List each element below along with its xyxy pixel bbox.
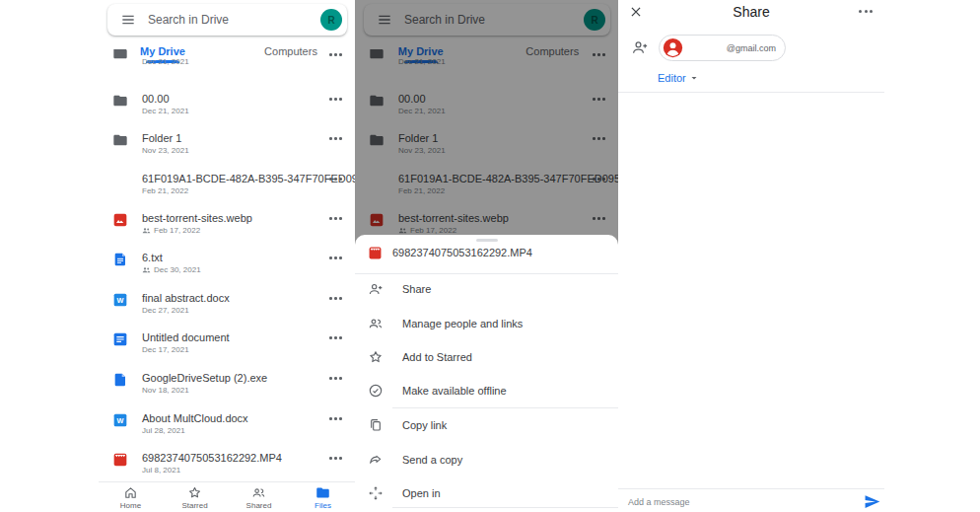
search-bar[interactable]: Search in Drive R (107, 4, 347, 36)
shared-people-icon (142, 226, 151, 235)
search-placeholder[interactable]: Search in Drive (148, 13, 229, 27)
drive-panel: Search in Drive R My Drive Computers Dec… (99, 0, 355, 512)
file-date: Nov 18, 2021 (142, 386, 189, 395)
star-icon (187, 485, 202, 500)
folder-icon (112, 49, 128, 63)
image-file-icon (112, 212, 128, 228)
gdoc-file-icon (112, 331, 128, 347)
sheet-action-open-in[interactable]: Open in (355, 482, 618, 504)
person-add-icon (368, 281, 384, 297)
file-row[interactable]: Folder 1 Nov 23, 2021 (99, 131, 355, 161)
divider (618, 92, 884, 93)
drive-ui: Search in Drive R My Drive Computers Dec… (99, 0, 355, 512)
home-icon (123, 485, 138, 500)
nav-item-starred[interactable]: Starred (163, 482, 227, 512)
file-date: Feb 21, 2022 (142, 186, 188, 195)
sheet-file-name: 6982374075053162292.MP4 (392, 247, 532, 258)
more-options-icon[interactable] (329, 178, 342, 181)
message-input[interactable]: Add a message (628, 497, 690, 507)
folder-icon (112, 132, 128, 148)
more-options-icon[interactable] (329, 417, 342, 420)
svg-text:W: W (117, 416, 124, 425)
file-row[interactable]: 6982374075053162292.MP4 Jul 8, 2021 (99, 451, 355, 480)
sheet-action-send-a-copy[interactable]: Send a copy (355, 449, 618, 471)
folder-icon (112, 93, 128, 109)
more-options-icon[interactable] (859, 10, 873, 13)
video-file-icon (112, 452, 128, 468)
send-icon[interactable] (864, 493, 880, 510)
file-row[interactable]: GoogleDriveSetup (2).exe Nov 18, 2021 (99, 371, 355, 401)
file-date: Dec 27, 2021 (142, 306, 189, 315)
sheet-action-manage-people[interactable]: Manage people and links (355, 313, 618, 334)
offline-check-circle-icon (368, 383, 384, 399)
file-row[interactable]: best-torrent-sites.webp Feb 17, 2022 (99, 211, 355, 241)
action-label: Manage people and links (402, 313, 523, 334)
file-row[interactable]: Untitled document Dec 17, 2021 (99, 330, 355, 360)
more-options-icon[interactable] (329, 217, 342, 220)
drag-handle-icon[interactable] (476, 239, 498, 242)
share-dialog-title: Share (618, 4, 884, 20)
recipient-input[interactable]: @gmail.com (659, 35, 786, 61)
more-options-icon[interactable] (329, 98, 342, 101)
sheet-action-share[interactable]: Share (355, 278, 618, 300)
role-label: Editor (658, 72, 686, 84)
action-label: Open in (402, 482, 441, 504)
sheet-action-add-to-starred[interactable]: Add to Starred (355, 346, 618, 368)
word-file-icon: W (112, 412, 128, 428)
file-actions-sheet: 6982374075053162292.MP4 Share Manage peo… (355, 235, 618, 512)
hamburger-menu-icon[interactable] (120, 12, 136, 28)
file-date: Dec 21, 2021 (142, 57, 189, 66)
divider (392, 407, 618, 408)
nav-label: Home (120, 501, 141, 510)
more-options-icon[interactable] (329, 457, 342, 460)
recipient-email-hint: @gmail.com (727, 43, 776, 53)
nav-label: Shared (246, 501, 272, 510)
more-options-icon[interactable] (329, 137, 342, 140)
screenshot-canvas: Search in Drive R My Drive Computers Dec… (0, 0, 980, 512)
forward-arrow-icon (368, 452, 384, 468)
more-options-icon[interactable] (329, 53, 342, 56)
file-name: GoogleDriveSetup (2).exe (142, 372, 267, 384)
file-row[interactable]: 00.00 Dec 21, 2021 (99, 92, 355, 121)
folder-icon (315, 485, 330, 500)
file-row-partial[interactable]: Dec 21, 2021 (99, 55, 355, 85)
account-avatar[interactable]: R (320, 9, 342, 31)
file-date: Feb 17, 2022 (142, 226, 200, 235)
action-label: Copy link (402, 414, 447, 436)
file-name: best-torrent-sites.webp (142, 212, 252, 224)
sheet-action-make-available-offline[interactable]: Make available offline (355, 380, 618, 402)
file-list: Dec 21, 2021 00.00 Dec 21, 2021 Folder 1 (99, 63, 355, 481)
file-date: Dec 17, 2021 (142, 345, 189, 354)
nav-item-shared[interactable]: Shared (227, 482, 291, 512)
bottom-navigation: Home Starred Shared Files (99, 481, 355, 512)
svg-text:W: W (117, 296, 124, 305)
star-icon (368, 349, 384, 365)
file-row[interactable]: W About MultCloud.docx Jul 28, 2021 (99, 411, 355, 441)
divider (392, 507, 618, 508)
nav-label: Files (315, 501, 331, 510)
sheet-action-copy-link[interactable]: Copy link (355, 414, 618, 436)
image-thumbnail (112, 173, 128, 188)
file-date: Dec 21, 2021 (142, 107, 189, 115)
video-file-icon (368, 246, 383, 260)
file-date: Nov 23, 2021 (142, 146, 189, 155)
file-date: Jul 28, 2021 (142, 426, 185, 435)
more-options-icon[interactable] (329, 377, 342, 380)
file-name: final abstract.docx (142, 292, 230, 304)
file-row[interactable]: W final abstract.docx Dec 27, 2021 (99, 291, 355, 321)
more-options-icon[interactable] (329, 297, 342, 300)
file-row[interactable]: 6.txt Dec 30, 2021 (99, 251, 355, 280)
role-dropdown[interactable]: Editor (658, 71, 700, 84)
share-panel: Share @gmail.com Editor Add a message (618, 0, 884, 512)
divider (355, 273, 618, 274)
more-options-icon[interactable] (329, 336, 342, 339)
file-row[interactable]: 61F019A1-BCDE-482A-B395-347F70FED095....… (99, 172, 355, 201)
more-options-icon[interactable] (329, 256, 342, 259)
file-name: Untitled document (142, 331, 230, 343)
file-name: 6.txt (142, 252, 163, 263)
open-with-icon (368, 485, 384, 501)
nav-item-home[interactable]: Home (99, 482, 163, 512)
recipient-avatar (663, 37, 683, 58)
copy-icon (368, 417, 384, 433)
nav-item-files[interactable]: Files (291, 482, 355, 512)
